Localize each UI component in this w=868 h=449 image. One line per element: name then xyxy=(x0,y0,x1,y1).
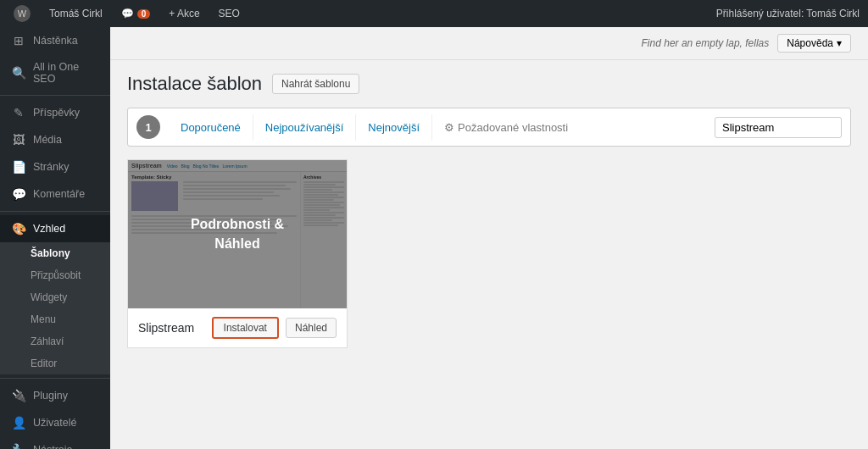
sidebar-item-vzhled[interactable]: 🎨 Vzhled xyxy=(0,215,110,242)
nastroje-label: Nástroje xyxy=(33,444,73,449)
theme-card-slipstream: Slipstream Video Blog Blog No Titles Lor… xyxy=(127,159,348,348)
prispevky-icon: ✎ xyxy=(11,106,26,119)
sidebar-item-all-in-one-seo[interactable]: 🔍 All in One SEO xyxy=(0,54,110,91)
submenu-zahlaví[interactable]: Záhlaví xyxy=(0,330,110,352)
submenu-sablony[interactable]: Šablony xyxy=(0,242,110,264)
stranky-label: Stránky xyxy=(33,161,69,173)
site-name-label: Tomáš Cirkl xyxy=(49,8,103,19)
seo-label: SEO xyxy=(219,8,240,19)
media-label: Média xyxy=(33,134,62,146)
main-content: Find her an empty lap, fellas Nápověda ▾… xyxy=(110,27,868,449)
napoveda-label: Nápověda xyxy=(787,37,833,49)
wp-logo-icon: W xyxy=(14,5,31,22)
submenu-menu[interactable]: Menu xyxy=(0,308,110,330)
tab-row: 1 Doporučené Nejpoužívanější Nejnovější … xyxy=(127,108,851,147)
uzivatele-label: Uživatelé xyxy=(33,417,76,429)
adminbar-comments[interactable]: 💬 0 xyxy=(116,0,156,27)
page-title: Instalace šablon xyxy=(127,73,262,95)
logged-in-user: Přihlášený uživatel: Tomáš Cirkl xyxy=(716,8,860,19)
sidebar-item-pluginy[interactable]: 🔌 Pluginy xyxy=(0,382,110,409)
seo-sidebar-label: All in One SEO xyxy=(33,61,102,85)
menu-divider-2 xyxy=(0,211,110,212)
install-button[interactable]: Instalovat xyxy=(212,317,279,339)
nastenska-icon: ⊞ xyxy=(11,34,26,47)
help-bar: Find her an empty lap, fellas Nápověda ▾ xyxy=(110,27,868,60)
step-number: 1 xyxy=(136,115,160,139)
sidebar-item-stranky[interactable]: 📄 Stránky xyxy=(0,153,110,180)
gear-icon: ⚙ xyxy=(444,121,454,134)
uzivatele-icon: 👤 xyxy=(11,416,26,430)
seo-icon: 🔍 xyxy=(11,66,26,80)
comment-count-badge: 0 xyxy=(137,9,151,19)
pluginy-icon: 🔌 xyxy=(11,389,26,402)
preview-button[interactable]: Náhled xyxy=(286,318,337,338)
nastroje-icon: 🔧 xyxy=(11,443,26,449)
nastenska-label: Nástěnka xyxy=(33,35,78,47)
page-title-row: Instalace šablon Nahrát šablonu xyxy=(127,73,851,95)
menu-divider-1 xyxy=(0,95,110,96)
stranky-icon: 📄 xyxy=(11,160,26,174)
vzhled-submenu: Šablony Přizpůsobit Widgety Menu Záhlaví… xyxy=(0,242,110,374)
sidebar-item-nastroje[interactable]: 🔧 Nástroje xyxy=(0,436,110,449)
submenu-widgety[interactable]: Widgety xyxy=(0,286,110,308)
theme-search-input[interactable] xyxy=(715,117,842,138)
menu-divider-3 xyxy=(0,378,110,379)
new-label: + Akce xyxy=(169,8,199,19)
adminbar-wp-logo[interactable]: W xyxy=(8,0,36,27)
sidebar-item-uzivatele[interactable]: 👤 Uživatelé xyxy=(0,409,110,436)
overlay-text: Podrobnosti & Náhled xyxy=(191,215,284,253)
vzhled-label: Vzhled xyxy=(33,223,65,235)
submenu-prizpusobit[interactable]: Přizpůsobit xyxy=(0,264,110,286)
sidebar-item-media[interactable]: 🖼 Média xyxy=(0,126,110,153)
tab-pozadovane[interactable]: ⚙ Požadované vlastnosti xyxy=(432,114,580,141)
content-area: Instalace šablon Nahrát šablonu 1 Doporu… xyxy=(110,60,868,449)
sidebar-item-prispevky[interactable]: ✎ Příspěvky xyxy=(0,99,110,126)
theme-footer: Slipstream Instalovat Náhled xyxy=(128,308,347,347)
admin-bar: W Tomáš Cirkl 💬 0 + Akce SEO Přihlášený … xyxy=(0,0,868,27)
tab-doporucene[interactable]: Doporučené xyxy=(169,114,253,141)
help-hint-text: Find her an empty lap, fellas xyxy=(642,37,770,49)
napoveda-button[interactable]: Nápověda ▾ xyxy=(777,34,851,53)
submenu-editor[interactable]: Editor xyxy=(0,352,110,374)
theme-preview: Slipstream Video Blog Blog No Titles Lor… xyxy=(128,160,347,308)
adminbar-new[interactable]: + Akce xyxy=(164,0,204,27)
upload-theme-button[interactable]: Nahrát šablonu xyxy=(272,74,359,94)
prispevky-label: Příspěvky xyxy=(33,107,80,119)
komentare-icon: 💬 xyxy=(11,187,26,201)
sidebar-item-nastenska[interactable]: ⊞ Nástěnka xyxy=(0,27,110,54)
adminbar-seo[interactable]: SEO xyxy=(214,0,245,27)
admin-sidebar: ⊞ Nástěnka 🔍 All in One SEO ✎ Příspěvky … xyxy=(0,27,110,449)
tab-nejnovejsi[interactable]: Nejnovější xyxy=(356,114,432,141)
vzhled-icon: 🎨 xyxy=(11,222,26,236)
adminbar-right: Přihlášený uživatel: Tomáš Cirkl xyxy=(716,8,860,19)
adminbar-left: W Tomáš Cirkl 💬 0 + Akce SEO xyxy=(8,0,245,27)
media-icon: 🖼 xyxy=(11,133,26,147)
komentare-label: Komentáře xyxy=(33,188,85,200)
theme-name: Slipstream xyxy=(138,321,205,335)
tab-nejpouzivanejsi[interactable]: Nejpoužívanější xyxy=(253,114,357,141)
themes-grid: Slipstream Video Blog Blog No Titles Lor… xyxy=(127,159,851,348)
main-layout: ⊞ Nástěnka 🔍 All in One SEO ✎ Příspěvky … xyxy=(0,27,868,449)
adminbar-site-name[interactable]: Tomáš Cirkl xyxy=(44,0,108,27)
napoveda-chevron-icon: ▾ xyxy=(837,37,842,49)
theme-overlay[interactable]: Podrobnosti & Náhled xyxy=(128,160,347,308)
pluginy-label: Pluginy xyxy=(33,390,68,402)
sidebar-item-komentare[interactable]: 💬 Komentáře xyxy=(0,180,110,208)
